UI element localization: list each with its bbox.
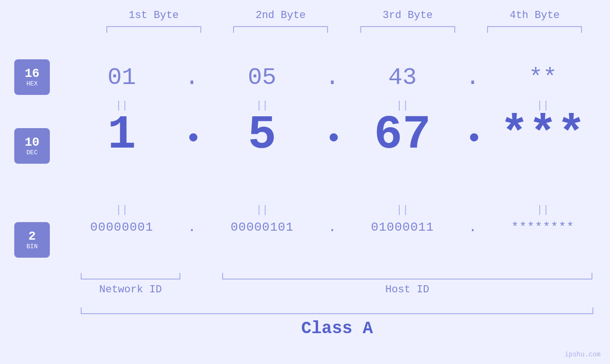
host-id-bracket [222, 273, 592, 280]
badge-hex-number: 16 [25, 67, 39, 81]
dec-val-3: 67 [355, 112, 450, 159]
bin-dot-3: . [466, 219, 480, 235]
badge-dec-label: DEC [27, 149, 38, 156]
host-id-label: Host ID [222, 284, 592, 296]
badge-bin-number: 2 [28, 230, 36, 243]
byte-label-4: 4th Byte [482, 9, 587, 21]
badge-bin: 2 BIN [14, 222, 50, 258]
hex-val-2: 05 [215, 64, 310, 91]
bin-val-3: 01000011 [355, 220, 450, 234]
badge-dec-number: 10 [25, 136, 39, 149]
badge-dec: 10 DEC [14, 128, 50, 164]
top-bracket-1 [106, 26, 201, 33]
bin-val-4: ******** [495, 220, 590, 234]
dec-dot-1: • [185, 123, 199, 155]
bin-dot-2: . [325, 219, 339, 235]
watermark: ipshu.com [564, 351, 601, 358]
eq2-1: || [74, 204, 169, 216]
eq2-3: || [355, 204, 450, 216]
eq2-2: || [215, 204, 310, 216]
main-layout: 1st Byte 2nd Byte 3rd Byte 4th Byte 16 H… [0, 0, 610, 364]
top-bracket-4 [487, 26, 582, 33]
dec-val-4: *** [495, 112, 590, 159]
hex-dot-2: . [325, 64, 339, 91]
hex-val-3: 43 [355, 64, 450, 91]
top-bracket-3 [360, 26, 455, 33]
bin-val-1: 00000001 [74, 220, 169, 234]
hex-val-1: 01 [74, 64, 169, 91]
bin-val-2: 00000101 [215, 220, 310, 234]
dec-dot-2: • [325, 123, 339, 155]
badge-hex: 16 HEX [14, 59, 50, 95]
badge-hex-label: HEX [27, 80, 38, 87]
class-label: Class A [81, 319, 593, 338]
hex-val-4: ** [495, 64, 590, 91]
byte-label-2: 2nd Byte [228, 9, 333, 21]
network-id-bracket [81, 273, 180, 280]
dec-val-2: 5 [215, 112, 310, 159]
network-id-label: Network ID [81, 284, 180, 296]
dec-dot-3: • [466, 123, 480, 155]
byte-label-1: 1st Byte [102, 9, 206, 21]
eq2-4: || [495, 204, 590, 216]
hex-dot-3: . [466, 64, 480, 91]
badge-bin-label: BIN [27, 243, 38, 250]
top-bracket-2 [233, 26, 328, 33]
class-bracket [81, 308, 593, 314]
hex-dot-1: . [185, 64, 199, 91]
bin-dot-1: . [185, 219, 199, 235]
dec-val-1: 1 [74, 112, 169, 159]
byte-label-3: 3rd Byte [356, 9, 460, 21]
